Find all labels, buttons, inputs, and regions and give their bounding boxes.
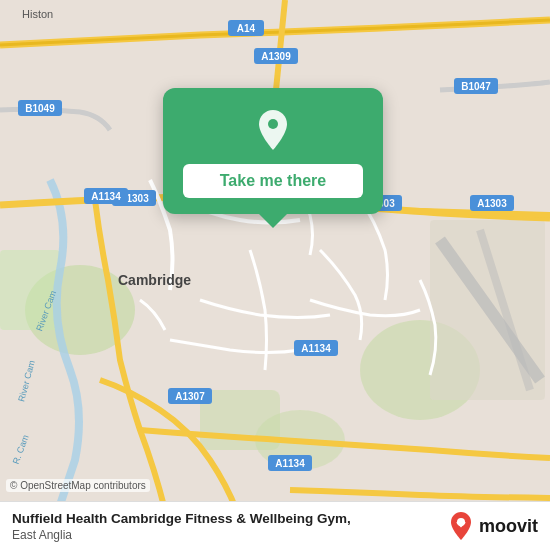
venue-name: Nuffield Health Cambridge Fitness & Well… — [12, 510, 351, 528]
moovit-brand-text: moovit — [479, 516, 538, 537]
svg-text:A1134: A1134 — [91, 191, 121, 202]
venue-region: East Anglia — [12, 528, 351, 542]
svg-text:B1047: B1047 — [461, 81, 491, 92]
svg-text:Histon: Histon — [22, 8, 53, 20]
svg-text:Cambridge: Cambridge — [118, 272, 191, 288]
location-pin-icon — [249, 106, 297, 154]
svg-text:A1303: A1303 — [477, 198, 507, 209]
svg-text:A14: A14 — [237, 23, 256, 34]
svg-text:R. Cam: R. Cam — [11, 433, 31, 465]
moovit-pin-icon — [447, 510, 475, 542]
svg-text:A1309: A1309 — [261, 51, 291, 62]
moovit-logo: moovit — [447, 510, 538, 542]
map-container: A14 A1309 A1303 A1303 A1303 B1049 B1047 … — [0, 0, 550, 550]
map-roads: A14 A1309 A1303 A1303 A1303 B1049 B1047 … — [0, 0, 550, 550]
popup-card: Take me there — [163, 88, 383, 214]
bottom-bar: Nuffield Health Cambridge Fitness & Well… — [0, 501, 550, 550]
take-me-there-button[interactable]: Take me there — [183, 164, 363, 198]
svg-text:River Cam: River Cam — [16, 359, 37, 403]
svg-point-35 — [268, 119, 278, 129]
venue-info: Nuffield Health Cambridge Fitness & Well… — [12, 510, 351, 542]
svg-text:A1134: A1134 — [301, 343, 331, 354]
svg-text:A1307: A1307 — [175, 391, 205, 402]
osm-attribution: © OpenStreetMap contributors — [6, 479, 150, 492]
svg-text:A1134: A1134 — [275, 458, 305, 469]
svg-text:B1049: B1049 — [25, 103, 55, 114]
